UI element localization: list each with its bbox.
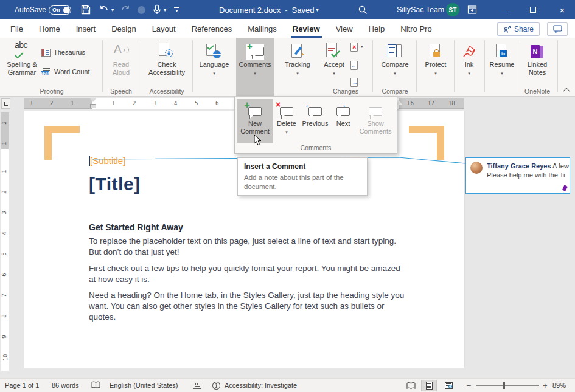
previous-change-button[interactable]: ← [350,59,358,71]
zoom-slider-thumb[interactable] [503,382,505,389]
read-mode-button[interactable] [403,380,419,391]
linked-notes-button[interactable]: N Linked Notes [521,38,554,77]
decoration-corner-top-left-v [44,126,52,160]
input-mode-button[interactable] [193,379,201,392]
ruler-number: 4 [174,100,177,106]
ruler-number: 8 [1,314,7,317]
check-accessibility-button[interactable]: Check Accessibility [144,38,190,77]
tab-selector[interactable] [1,98,10,109]
doc-heading[interactable]: Get Started Right Away [89,222,183,232]
save-icon [80,4,91,15]
proofing-status-button[interactable] [91,379,100,392]
ruler-number: 5 [195,100,198,106]
tab-design[interactable]: Design [103,19,144,38]
language-indicator[interactable]: English (United States) [110,379,178,392]
ruler-number: 7 [1,294,7,297]
resume-button[interactable]: in Resume ▾ [487,38,517,77]
indent-marker-top[interactable] [90,98,96,102]
tab-home[interactable]: Home [31,19,68,38]
language-icon [196,38,232,61]
doc-paragraph-2[interactable]: First check out a few tips to help you q… [89,263,406,285]
comment-card[interactable]: Tiffany Grace Reyes A few Please help me… [465,157,570,194]
customize-toolbar-icon: ▾ [174,7,179,12]
spelling-grammar-button[interactable]: abc Spelling & Grammar [5,38,39,77]
ruler-number: 3 [29,100,32,106]
show-comments-button[interactable]: Show Comments [356,99,395,143]
next-change-button[interactable]: → [350,76,358,88]
tab-layout[interactable]: Layout [144,19,184,38]
accept-caret-icon: ▾ [320,69,348,77]
word-count-button[interactable]: 123 Word Count [41,66,90,78]
document-title[interactable]: Document 2.docx - Saved ▾ [219,0,318,19]
zoom-level[interactable]: 89% [552,379,566,392]
delete-comment-button[interactable]: × Delete ▾ [274,99,299,143]
collapse-ribbon-button[interactable] [562,88,571,94]
ribbon-display-options-button[interactable] [467,0,477,19]
redo-icon [120,5,131,15]
account-name[interactable]: SillySac Team [397,0,444,19]
undo-button[interactable]: ▾ [99,0,114,19]
compare-button[interactable]: Compare ▾ [376,38,414,77]
minimize-icon [501,10,508,10]
zoom-in-button[interactable]: + [543,379,548,392]
account-avatar[interactable]: ST [446,0,459,19]
zoom-slider[interactable] [476,385,539,386]
tracking-button[interactable]: Tracking ▾ [280,38,315,77]
share-button[interactable]: Share [497,22,540,36]
print-layout-button[interactable] [421,380,437,391]
record-button[interactable] [138,0,145,19]
redo-button[interactable] [120,0,131,19]
vertical-ruler[interactable]: 2112345678910 [1,112,9,371]
language-button[interactable]: Language ▾ [196,38,232,77]
web-layout-button[interactable] [441,380,456,391]
accept-button[interactable]: Accept ▾ [320,38,348,77]
autosave-state: On [52,7,60,13]
tracking-caret-icon: ▾ [280,69,315,77]
reject-caret-icon: ▾ [361,44,363,49]
tab-view[interactable]: View [328,19,361,38]
tab-mailings[interactable]: Mailings [240,19,285,38]
comments-panel-button[interactable] [547,22,568,36]
dictate-caret-icon[interactable]: ▾ [164,7,166,13]
ruler-number: 1 [1,170,7,173]
reject-button[interactable]: × ▾ [350,41,363,53]
ruler-number: 16 [407,100,414,106]
thesaurus-button[interactable]: Thesaurus [41,46,85,58]
ruler-number: 5 [1,252,7,255]
undo-caret-icon[interactable]: ▾ [111,7,114,13]
ruler-number: 3 [153,100,156,106]
close-button[interactable]: × [549,0,575,19]
read-aloud-button[interactable]: A Read Aloud [106,38,136,77]
save-status-caret-icon[interactable]: ▾ [316,7,318,13]
tab-file[interactable]: File [2,19,31,38]
indent-marker-bottom[interactable] [90,104,96,108]
zoom-out-button[interactable]: − [466,379,471,392]
dictate-button[interactable]: ▾ [152,0,166,19]
ink-icon [456,38,482,61]
save-button[interactable] [80,0,91,19]
tab-references[interactable]: References [184,19,240,38]
doc-paragraph-3[interactable]: Need a heading? On the Home tab, in the … [89,290,406,323]
tab-nitro-pro[interactable]: Nitro Pro [392,19,439,38]
quick-access-toolbar-button[interactable]: ▾ [174,0,179,19]
word-count-indicator[interactable]: 86 words [52,379,79,392]
comment-pen-icon[interactable] [562,185,568,191]
doc-subtitle[interactable]: [Subtitle] [90,156,125,166]
tab-review[interactable]: Review [285,19,328,38]
search-button[interactable] [358,0,368,19]
comments-button[interactable]: + Comments ▾ [236,38,274,77]
page-indicator[interactable]: Page 1 of 1 [5,379,39,392]
protect-button[interactable]: Protect ▾ [420,38,451,77]
ink-button[interactable]: Ink ▾ [456,38,482,77]
delete-caret-icon: ▾ [285,130,288,134]
doc-title[interactable]: [Title] [89,174,141,194]
tab-insert[interactable]: Insert [68,19,104,38]
autosave-toggle[interactable]: On [49,0,71,19]
next-comment-button[interactable]: → Next [332,99,355,143]
accessibility-checker-button[interactable]: Accessibility: Investigate [212,379,297,392]
minimize-button[interactable] [492,0,517,19]
previous-comment-button[interactable]: ← Previous [299,99,331,143]
tab-help[interactable]: Help [361,19,393,38]
doc-paragraph-1[interactable]: To replace the placeholder text on this … [89,236,406,258]
maximize-button[interactable] [520,0,546,19]
